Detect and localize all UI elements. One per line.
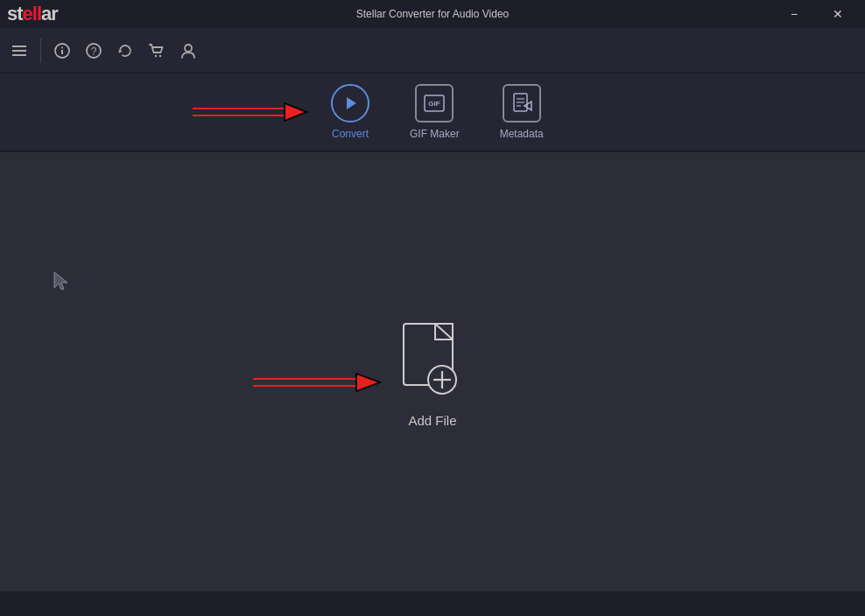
metadata-button[interactable]: Metadata: [484, 77, 559, 147]
window-controls: − ✕: [774, 0, 858, 28]
refresh-icon[interactable]: [113, 38, 137, 63]
svg-marker-29: [356, 374, 380, 391]
close-button[interactable]: ✕: [818, 0, 858, 28]
convert-icon-wrap: [331, 84, 369, 122]
svg-marker-14: [347, 97, 356, 109]
gif-maker-button[interactable]: GIF GIF Maker: [394, 77, 475, 147]
metadata-icon-wrap: [503, 84, 541, 122]
metadata-label: Metadata: [500, 128, 544, 140]
svg-marker-13: [285, 103, 306, 121]
svg-text:GIF: GIF: [429, 100, 440, 108]
convert-label: Convert: [332, 128, 369, 140]
add-file-label: Add File: [408, 413, 456, 428]
gif-maker-icon-wrap: GIF: [415, 84, 454, 122]
svg-point-9: [159, 54, 161, 56]
logo: stellar: [7, 3, 58, 25]
svg-marker-21: [524, 102, 531, 110]
toolbar: Convert GIF GIF Maker Metadata: [0, 74, 865, 152]
status-bar: [0, 592, 865, 616]
add-file-button[interactable]: Add File: [393, 317, 472, 428]
cart-icon[interactable]: [144, 38, 169, 63]
svg-point-5: [61, 46, 63, 48]
logo-text: stellar: [7, 3, 58, 25]
add-file-icon: [393, 317, 472, 404]
menu-bar: ?: [0, 28, 865, 74]
hamburger-icon[interactable]: [7, 38, 32, 63]
svg-point-8: [155, 54, 157, 56]
cursor-icon: [53, 270, 70, 291]
svg-text:?: ?: [91, 46, 97, 58]
svg-marker-30: [54, 272, 67, 290]
user-icon[interactable]: [176, 38, 200, 63]
main-content: Add File: [0, 152, 865, 592]
help-icon[interactable]: ?: [81, 38, 106, 63]
window-title: Stellar Converter for Audio Video: [356, 8, 510, 20]
title-bar: stellar Stellar Converter for Audio Vide…: [0, 0, 865, 28]
minimize-button[interactable]: −: [774, 0, 814, 28]
svg-point-10: [185, 45, 192, 52]
convert-button[interactable]: Convert: [315, 77, 385, 147]
info-icon[interactable]: [50, 38, 74, 63]
menu-divider: [40, 38, 41, 63]
gif-maker-label: GIF Maker: [410, 128, 460, 140]
